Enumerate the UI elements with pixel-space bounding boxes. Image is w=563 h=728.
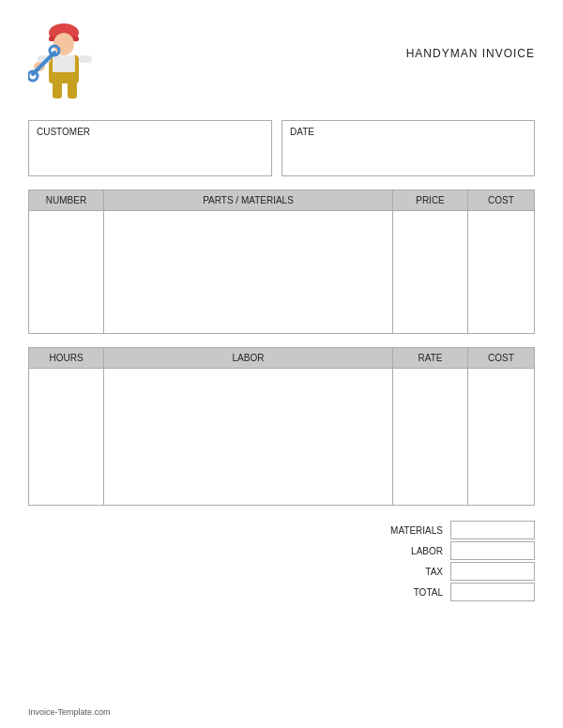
title-area: HANDYMAN INVOICE bbox=[406, 19, 535, 60]
materials-header-row: NUMBER PARTS / MATERIALS PRICE COST bbox=[29, 190, 534, 211]
labor-labor-cell[interactable] bbox=[104, 369, 393, 505]
totals-labor-value[interactable] bbox=[450, 541, 535, 560]
totals-labor-row: LABOR bbox=[310, 541, 535, 560]
labor-table: HOURS LABOR RATE COST bbox=[28, 347, 535, 506]
labor-rate-cell[interactable] bbox=[393, 369, 468, 505]
col-labor: LABOR bbox=[104, 348, 393, 368]
col-number: NUMBER bbox=[29, 190, 104, 210]
totals-section: MATERIALS LABOR TAX TOTAL bbox=[28, 521, 535, 603]
totals-materials-value[interactable] bbox=[450, 521, 535, 539]
labor-body-row bbox=[29, 369, 534, 505]
totals-total-label: TOTAL bbox=[310, 587, 450, 598]
col-hours: HOURS bbox=[29, 348, 104, 368]
col-price: PRICE bbox=[393, 190, 468, 210]
totals-total-row: TOTAL bbox=[310, 583, 535, 601]
logo-area bbox=[28, 19, 131, 103]
header: HANDYMAN INVOICE bbox=[28, 19, 535, 103]
svg-rect-12 bbox=[68, 82, 77, 99]
col-rate: RATE bbox=[393, 348, 468, 368]
labor-header-row: HOURS LABOR RATE COST bbox=[29, 348, 534, 369]
col-parts-materials: PARTS / MATERIALS bbox=[104, 190, 393, 210]
totals-table: MATERIALS LABOR TAX TOTAL bbox=[310, 521, 535, 603]
totals-total-value[interactable] bbox=[450, 583, 535, 601]
footer: Invoice-Template.com bbox=[28, 707, 111, 717]
totals-tax-value[interactable] bbox=[450, 562, 535, 581]
materials-cost-cell[interactable] bbox=[468, 211, 534, 333]
totals-tax-row: TAX bbox=[310, 562, 535, 581]
svg-rect-4 bbox=[53, 55, 75, 72]
col-cost: COST bbox=[468, 190, 534, 210]
customer-label: CUSTOMER bbox=[37, 127, 264, 137]
svg-rect-11 bbox=[53, 82, 62, 99]
date-label: DATE bbox=[290, 127, 526, 137]
handyman-icon bbox=[28, 20, 113, 102]
materials-body-row bbox=[29, 211, 534, 333]
customer-field[interactable]: CUSTOMER bbox=[28, 120, 272, 176]
labor-cost-cell[interactable] bbox=[468, 369, 534, 505]
svg-point-2 bbox=[53, 33, 74, 55]
invoice-page: HANDYMAN INVOICE CUSTOMER DATE NUMBER PA… bbox=[0, 0, 563, 728]
col-labor-cost: COST bbox=[468, 348, 534, 368]
materials-price-cell[interactable] bbox=[393, 211, 468, 333]
materials-table: NUMBER PARTS / MATERIALS PRICE COST bbox=[28, 190, 535, 334]
customer-date-row: CUSTOMER DATE bbox=[28, 120, 535, 176]
totals-tax-label: TAX bbox=[310, 567, 450, 577]
labor-hours-cell[interactable] bbox=[29, 369, 104, 505]
date-field[interactable]: DATE bbox=[282, 120, 535, 176]
totals-labor-label: LABOR bbox=[310, 546, 450, 556]
totals-materials-label: MATERIALS bbox=[310, 525, 450, 536]
invoice-title: HANDYMAN INVOICE bbox=[406, 47, 535, 60]
materials-parts-cell[interactable] bbox=[104, 211, 393, 333]
svg-rect-6 bbox=[79, 55, 92, 63]
totals-materials-row: MATERIALS bbox=[310, 521, 535, 539]
materials-number-cell[interactable] bbox=[29, 211, 104, 333]
footer-text: Invoice-Template.com bbox=[28, 707, 111, 717]
